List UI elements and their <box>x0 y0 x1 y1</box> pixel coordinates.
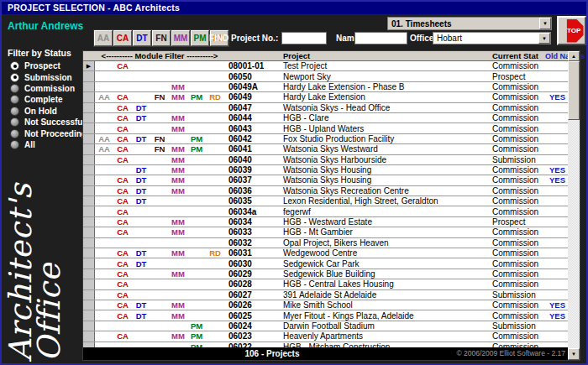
table-row[interactable]: CADT06035Lexon Residential, High Street,… <box>83 196 570 206</box>
project-number-cell[interactable]: 06037 <box>224 175 280 185</box>
status-option-complete[interactable]: Complete <box>10 94 87 105</box>
project-name-cell[interactable]: Lexon Residential, High Street, Geraldto… <box>280 196 473 206</box>
project-number-cell[interactable]: 06026 <box>224 300 280 310</box>
row-selector[interactable] <box>83 175 95 185</box>
project-number-cell[interactable]: 06040 <box>224 155 280 164</box>
table-row[interactable]: CA06028HGB - Central Lakes HousingCommis… <box>83 279 570 289</box>
stop-exit-button[interactable]: STOP <box>557 16 586 45</box>
status-option-on-hold[interactable]: On Hold <box>10 106 87 117</box>
scrollbar-thumb[interactable] <box>568 61 580 120</box>
project-number-cell[interactable]: 06047 <box>224 103 280 112</box>
radio-button-icon[interactable] <box>10 95 19 104</box>
table-row[interactable]: AACADTFNPM06042Fox Studio Production Fac… <box>83 134 570 144</box>
project-number-cell[interactable]: 06036 <box>224 186 280 196</box>
table-row[interactable]: CA06034afegerwfCommission <box>83 206 570 216</box>
project-name-cell[interactable]: HGB - Mt Gambier <box>280 227 473 237</box>
table-row[interactable]: CADTMM06036Watsonia Skys Recreation Cent… <box>83 186 570 196</box>
project-name-cell[interactable]: Hardy Lake Extension <box>280 92 473 102</box>
status-option-all[interactable]: All <box>10 139 87 150</box>
table-row[interactable]: AACAFNMMPM06041Watsonia Skys WestwardCom… <box>83 144 570 154</box>
table-row[interactable]: MM06049AHardy Lake Extension - Phase BCo… <box>83 82 570 92</box>
project-number-cell[interactable]: 06031 <box>224 248 280 258</box>
radio-button-icon[interactable] <box>10 61 19 70</box>
row-selector[interactable] <box>83 217 95 227</box>
row-selector[interactable] <box>83 165 95 175</box>
scroll-down-icon[interactable]: ▼ <box>568 348 580 360</box>
row-selector[interactable] <box>83 321 95 331</box>
row-selector[interactable] <box>83 186 95 196</box>
project-name-cell[interactable]: Fox Studio Production Facility <box>280 134 473 143</box>
scroll-up-icon[interactable]: ▲ <box>568 51 580 61</box>
project-name-cell[interactable]: Mike Smith School <box>280 300 473 310</box>
project-number-cell[interactable]: 06034a <box>224 207 280 216</box>
office-dropdown[interactable]: Hobart ▼ <box>433 32 551 44</box>
project-number-cell[interactable]: 06034 <box>224 217 280 227</box>
project-number-cell[interactable]: 06049 <box>224 92 280 102</box>
project-name-cell[interactable]: 391 Adelaide St Adelaide <box>280 290 473 300</box>
project-name-cell[interactable]: Test Project <box>280 61 473 70</box>
project-number-cell[interactable]: 06024 <box>224 321 280 331</box>
row-selector[interactable] <box>83 196 95 206</box>
project-name-cell[interactable]: Watsonia Skys Harbourside <box>280 155 473 164</box>
radio-button-icon[interactable] <box>10 107 19 116</box>
project-name-cell[interactable]: Watsonia Skys Westward <box>280 144 473 154</box>
project-name-cell[interactable]: Hardy Lake Extension - Phase B <box>280 82 473 91</box>
current-record-arrow-icon[interactable]: ▶ <box>83 61 95 70</box>
project-number-cell[interactable]: 06032 <box>224 238 280 248</box>
table-row[interactable]: CADTMM06037Watsonia Skys HousingCommissi… <box>83 175 570 185</box>
chevron-down-icon[interactable]: ▼ <box>539 18 551 29</box>
radio-button-icon[interactable] <box>10 140 19 149</box>
project-number-cell[interactable]: 06041 <box>224 144 280 154</box>
radio-button-icon[interactable] <box>10 84 19 93</box>
row-selector[interactable] <box>83 279 95 289</box>
module-button-PM[interactable]: PM <box>191 30 209 46</box>
project-name-cell[interactable]: Sedgewick Blue Building <box>280 269 473 279</box>
project-number-cell[interactable]: 06029 <box>224 269 280 279</box>
project-number-cell[interactable]: 08001-01 <box>224 61 280 70</box>
row-selector[interactable] <box>83 331 95 341</box>
table-row[interactable]: ▶CA08001-01Test ProjectCommission <box>83 61 570 71</box>
row-selector[interactable] <box>83 290 95 300</box>
status-option-not-proceeding[interactable]: Not Proceeding <box>10 128 87 138</box>
row-selector[interactable] <box>83 123 95 133</box>
row-selector[interactable] <box>83 238 95 248</box>
project-number-cell[interactable]: 06023 <box>224 331 280 341</box>
table-row[interactable]: CADTMM06026Mike Smith SchoolCommissionYE… <box>83 300 570 310</box>
project-name-cell[interactable]: Darwin Football Stadium <box>280 321 473 331</box>
vertical-scrollbar[interactable]: ▲ ▼ <box>568 51 580 360</box>
project-name-cell[interactable]: Watsonia Skys Housing <box>280 165 473 175</box>
table-row[interactable]: CAMM06040Watsonia Skys HarboursideSubmis… <box>83 155 570 165</box>
table-row[interactable]: AACAFNMMPMRD06049Hardy Lake ExtensionCom… <box>83 92 570 102</box>
project-name-cell[interactable]: fegerwf <box>280 207 473 216</box>
row-selector[interactable] <box>83 71 95 81</box>
project-name-cell[interactable]: Sedgewick Car Park <box>280 259 473 269</box>
project-name-cell[interactable]: Watsonia Skys Recreation Centre <box>280 186 473 196</box>
module-button-AA[interactable]: AA <box>94 30 113 46</box>
module-button-FN[interactable]: FN <box>152 30 171 46</box>
row-selector[interactable] <box>83 258 95 268</box>
status-option-prospect[interactable]: Prospect <box>10 60 87 71</box>
project-number-cell[interactable]: 06033 <box>224 227 280 237</box>
project-number-cell[interactable]: 06035 <box>224 196 280 206</box>
radio-button-icon[interactable] <box>10 129 19 138</box>
table-row[interactable]: CADT06030Sedgewick Car ParkCommission <box>83 258 570 269</box>
table-row[interactable]: CADTMM06044HGB - ClareCommission <box>83 113 570 123</box>
project-name-cell[interactable]: HGB - Central Lakes Housing <box>280 279 473 289</box>
project-number-cell[interactable]: 06049A <box>224 82 280 91</box>
project-name-cell[interactable]: Opal Project, Bikers Heaven <box>280 238 473 248</box>
row-selector[interactable] <box>83 134 95 143</box>
project-name-cell[interactable]: Wedgewood Centre <box>280 248 473 258</box>
row-selector[interactable] <box>83 248 95 258</box>
navigation-dropdown[interactable]: 01. Timesheets ▼ <box>387 17 552 30</box>
project-name-cell[interactable]: HGB - Upland Waters <box>280 124 473 133</box>
radio-button-icon[interactable] <box>10 73 19 82</box>
row-selector[interactable] <box>83 113 95 123</box>
table-row[interactable]: CA06027391 Adelaide St AdelaideSubmissio… <box>83 290 570 300</box>
table-row[interactable]: CADTMM06025Myer Fitout - Kings Plaza, Ad… <box>83 310 570 321</box>
chevron-down-icon[interactable]: ▼ <box>538 33 550 44</box>
name-search-input[interactable] <box>354 32 407 44</box>
table-row[interactable]: DTMM06039Watsonia Skys HousingCommission… <box>83 165 570 175</box>
table-row[interactable]: PM06024Darwin Football StadiumSubmission <box>83 321 570 331</box>
table-row[interactable]: CAMMPM06023Heavenly ApartmentsCommission <box>83 331 570 342</box>
table-row[interactable]: CAMM06033HGB - Mt GambierCommission <box>83 227 570 237</box>
